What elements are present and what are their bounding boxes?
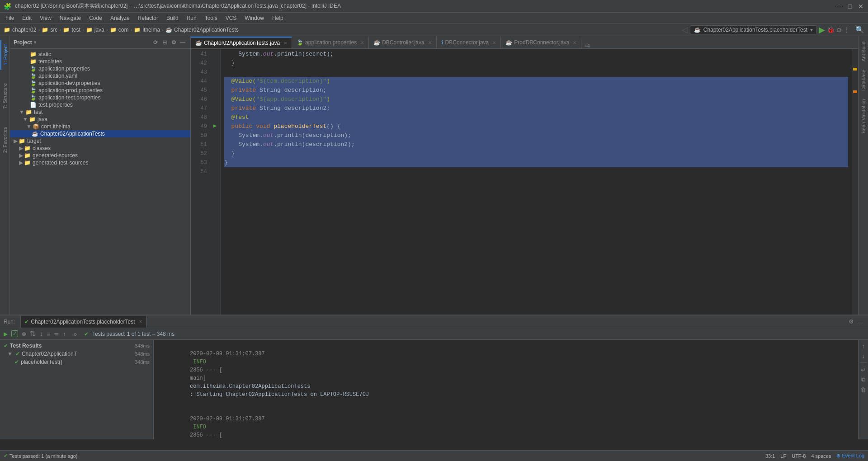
hide-panel-icon[interactable]: —: [856, 318, 864, 326]
tree-item-test-props[interactable]: 📄test.properties: [10, 101, 190, 108]
scroll-down-icon[interactable]: ↓: [859, 352, 868, 360]
favorites-tab[interactable]: 2: Favorites: [1, 122, 9, 157]
run-label: Run:: [4, 319, 19, 325]
run-config-selector[interactable]: ☕ Chapter02ApplicationTests.placeholderT…: [690, 25, 817, 34]
nav-back-icon[interactable]: ◁: [682, 25, 688, 35]
tree-item-static[interactable]: 📁static: [10, 51, 190, 58]
sort-desc-icon[interactable]: ↓: [39, 330, 43, 338]
bc-chapter02[interactable]: chapter02: [12, 27, 36, 33]
play-icon[interactable]: ▶: [4, 331, 8, 337]
event-log[interactable]: ⊕ Event Log: [836, 453, 864, 459]
bc-src[interactable]: src: [50, 27, 57, 33]
more-run-icon[interactable]: ⋮: [844, 26, 850, 33]
menu-code[interactable]: Code: [85, 14, 106, 22]
maximize-button[interactable]: □: [846, 3, 854, 10]
filter2-icon[interactable]: ≣: [54, 330, 59, 338]
minimize-panel-icon[interactable]: —: [179, 38, 187, 47]
debug-button[interactable]: 🐞: [827, 26, 835, 33]
tree-item-test-dir[interactable]: ▼📁test: [10, 108, 190, 116]
up-arrow-icon[interactable]: ↑: [63, 330, 66, 338]
filter-icon[interactable]: ≡: [47, 330, 50, 338]
project-tab[interactable]: 1: Project: [0, 40, 9, 70]
tab-overflow[interactable]: ≡4: [581, 43, 593, 48]
menu-edit[interactable]: Edit: [19, 14, 35, 22]
menu-vcs[interactable]: VCS: [222, 14, 241, 22]
search-icon[interactable]: 🔍: [855, 25, 864, 34]
bc-com[interactable]: com: [118, 27, 129, 33]
tree-item-app-test[interactable]: 🍃application-test.properties: [10, 94, 190, 101]
menu-help[interactable]: Help: [269, 14, 287, 22]
menu-file[interactable]: File: [2, 14, 18, 22]
close-button[interactable]: ✕: [857, 3, 864, 10]
bc-test[interactable]: test: [71, 27, 80, 33]
result-placeholder-test[interactable]: ✔ placeholderTest() 348ms: [0, 358, 153, 366]
wrap-icon[interactable]: ↵: [859, 366, 868, 374]
tree-item-chapter02-tests[interactable]: ☕Chapter02ApplicationTests: [10, 130, 190, 137]
settings-gear-icon[interactable]: ⚙: [847, 318, 855, 326]
ant-build-tab[interactable]: Ant Build: [859, 38, 868, 65]
line-separator[interactable]: LF: [780, 453, 786, 459]
line-num-47: 47: [193, 104, 207, 113]
sort-icon[interactable]: ⇅: [30, 329, 36, 338]
menu-view[interactable]: View: [36, 14, 55, 22]
bc-class[interactable]: Chapter02ApplicationTests: [174, 27, 239, 33]
stop-icon[interactable]: ⊗: [22, 331, 26, 337]
structure-tab[interactable]: 7: Structure: [1, 79, 9, 113]
run-button[interactable]: ▶: [819, 25, 825, 35]
coverage-button[interactable]: ⊙: [836, 26, 842, 33]
menu-navigate[interactable]: Navigate: [56, 14, 85, 22]
tab-close-icon[interactable]: ✕: [283, 41, 287, 46]
run-tab-close-icon[interactable]: ✕: [139, 319, 142, 324]
menu-build[interactable]: Build: [163, 14, 182, 22]
tree-item-app-dev[interactable]: 🍃application-dev.properties: [10, 80, 190, 87]
sync-icon[interactable]: ⟳: [151, 38, 160, 47]
tab-app-props[interactable]: 🍃 application.properties ✕: [292, 37, 369, 48]
bc-itheima[interactable]: itheima: [142, 27, 160, 33]
result-header[interactable]: ✔ Test Results 348ms: [0, 342, 153, 350]
menu-run[interactable]: Run: [183, 14, 200, 22]
menu-analyze[interactable]: Analyze: [107, 14, 133, 22]
tree-item-app-yaml[interactable]: 🍃application.yaml: [10, 72, 190, 80]
scroll-up-icon[interactable]: ↑: [859, 342, 868, 350]
settings-icon[interactable]: ⚙: [170, 38, 178, 47]
clear-icon[interactable]: 🗑: [859, 386, 868, 394]
tab-dbcontroller[interactable]: ☕ DBController.java ✕: [369, 37, 436, 48]
tab-close-icon[interactable]: ✕: [492, 40, 496, 45]
tab-proddbconnector[interactable]: ☕ ProdDBConnector.java ✕: [501, 37, 581, 48]
encoding[interactable]: UTF-8: [792, 453, 806, 459]
tree-item-target[interactable]: ▶📁target: [10, 137, 190, 145]
tree-item-gen-test-sources[interactable]: ▶📁generated-test-sources: [10, 159, 190, 166]
check-icon: ✓: [11, 330, 18, 337]
line-num-50: 50: [193, 131, 207, 140]
tab-close-icon[interactable]: ✕: [573, 40, 576, 45]
menu-window[interactable]: Window: [241, 14, 268, 22]
tree-item-com-itheima[interactable]: ▼📦com.itheima: [10, 123, 190, 130]
collapse-icon[interactable]: ⊟: [160, 38, 169, 47]
menu-tools[interactable]: Tools: [201, 14, 221, 22]
project-dropdown-icon[interactable]: ▾: [34, 40, 36, 45]
menu-refactor[interactable]: Refactor: [134, 14, 162, 22]
tree-item-app-props[interactable]: 🍃application.properties: [10, 65, 190, 72]
tab-close-icon[interactable]: ✕: [428, 40, 432, 45]
database-tab[interactable]: Database: [859, 66, 868, 94]
minimize-button[interactable]: —: [835, 3, 843, 10]
run-gutter-icon[interactable]: ▶: [213, 122, 217, 129]
tab-chapter02-tests[interactable]: ☕ Chapter02ApplicationTests.java ✕: [191, 37, 292, 48]
tree-item-templates[interactable]: 📁templates: [10, 58, 190, 65]
tree-item-app-prod[interactable]: 🍃application-prod.properties: [10, 87, 190, 94]
position-indicator[interactable]: 33:1: [765, 453, 775, 459]
double-right-icon[interactable]: »: [73, 330, 77, 338]
tab-dbconnector[interactable]: ℹ DBConnector.java ✕: [437, 37, 501, 48]
bc-java[interactable]: java: [94, 27, 104, 33]
run-config-dropdown-icon[interactable]: ▾: [810, 27, 813, 33]
tree-item-classes[interactable]: ▶📁classes: [10, 145, 190, 152]
code-content[interactable]: System.out.println(secret); } @Value("${…: [221, 49, 852, 316]
tab-close-icon[interactable]: ✕: [360, 40, 364, 45]
bean-validation-tab[interactable]: Bean Validation: [859, 95, 868, 137]
tree-item-gen-sources[interactable]: ▶📁generated-sources: [10, 152, 190, 159]
copy-icon[interactable]: ⧉: [859, 376, 868, 384]
indent-setting[interactable]: 4 spaces: [811, 453, 831, 459]
result-chapter02[interactable]: ▼ ✔ Chapter02ApplicationT 348ms: [0, 350, 153, 358]
run-tab-placeholder-test[interactable]: ✔ Chapter02ApplicationTests.placeholderT…: [20, 316, 146, 328]
tree-item-java-dir[interactable]: ▼📁java: [10, 116, 190, 123]
